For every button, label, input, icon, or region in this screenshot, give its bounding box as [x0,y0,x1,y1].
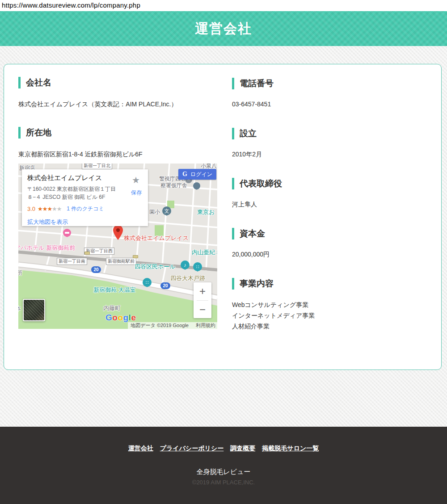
footer-link-salon-list[interactable]: 掲載脱毛サロン一覧 [262,445,319,453]
info-block-phone: 電話番号 03-6457-8451 [232,78,433,108]
left-column: 会社名 株式会社エイムプレイス（英文表記：AIM PLACE,Inc.） 所在地… [18,64,222,329]
established-value: 2010年2月 [232,150,433,158]
info-block-ceo: 代表取締役 河上隼人 [232,178,433,208]
map-card-address-line1: 〒160-0022 東京都新宿区新宿１丁目 [27,185,121,193]
map-card-address-line2: ８−４ JESCO 新宿 御苑 ビル 6F [27,193,121,201]
map-label-museum: 内山亜紀ミューシ [192,248,217,256]
page-header: 運営会社 [0,11,447,46]
map-attribution: 地図データ ©2019 Google 利用規約 [128,322,217,329]
map-label-okido: 四谷大木戸跡 [170,274,205,282]
company-name-value: 株式会社エイムプレイス（英文表記：AIM PLACE,Inc.） [18,100,222,108]
section-heading-company-name: 会社名 [18,77,222,88]
section-label: 資本金 [240,228,265,239]
gray-poi-marker-icon[interactable] [193,182,200,189]
school-marker-icon[interactable]: 文 [162,206,171,215]
footer-link-survey[interactable]: 調査概要 [230,445,255,453]
map-box-label-north: 新宿一丁目北 [82,164,112,169]
satellite-thumbnail-texture [24,300,44,320]
map-zoom-control: + − [194,282,211,318]
satellite-view-toggle[interactable] [23,299,45,321]
footer-nav: 運営会社 プライバシーポリシー 調査概要 掲載脱毛サロン一覧 [0,427,447,453]
google-logo-letter: G [105,313,112,322]
zoom-in-button[interactable]: + [194,282,211,300]
section-heading-phone: 電話番号 [232,78,433,89]
rating-stars-empty-icon: ★★ [52,206,61,212]
section-accent-bar [232,78,234,89]
map-data-copyright: 地図データ ©2019 Google [131,322,189,329]
save-button[interactable]: 保存 [131,189,142,197]
zoom-out-button[interactable]: − [194,301,211,319]
google-map-embed[interactable]: 新宿店 新宿一丁目北 小泉八雲 警視庁四谷 察署仮庁舎 × 園小 文 東京お 株… [18,164,217,329]
section-accent-bar [232,178,234,189]
map-label-police-2: 察署仮庁舎 [160,182,187,189]
music-marker-icon[interactable]: ♪ [181,260,190,269]
login-button-label: ログイン [190,171,212,178]
map-label-school-area: 園小 [149,208,160,216]
business-line: インターネットメディア事業 [232,310,433,321]
rating-stars-filled-icon: ★★★ [38,206,52,212]
map-box-label-station: 新宿御苑駅前 [106,258,136,265]
bus-stop-icon [84,252,90,255]
ceo-value: 河上隼人 [232,200,433,208]
section-heading-established: 設立 [232,128,433,139]
google-logo-letter: e [131,313,136,322]
section-label: 事業内容 [240,278,274,290]
map-label-naitocho: 内藤町 [103,304,121,312]
section-accent-bar [232,128,234,139]
poi-dots-marker-icon[interactable]: ∷ [193,262,202,271]
route-20-shield-icon: 20 [91,266,101,273]
section-heading-business: 事業内容 [232,278,433,290]
section-heading-ceo: 代表取締役 [232,178,433,189]
phone-value: 03-6457-8451 [232,100,433,108]
google-g-icon: G [182,171,187,178]
map-card-title: 株式会社エイムプレイス [27,174,143,182]
section-label: 電話番号 [240,78,274,89]
map-label-tokyo-partial: 東京お [197,208,215,216]
bus-stop-icon [133,255,138,258]
footer-link-company[interactable]: 運営会社 [128,445,153,453]
map-label-greenhouse: 新宿御苑 大温室 [93,286,136,294]
footer-site-name: 全身脱毛レビュー [0,468,447,476]
section-label: 設立 [240,128,257,139]
rating-row: 3.0 ★★★ ★★ 1 件のクチコミ [27,205,143,213]
view-larger-map-link[interactable]: 拡大地図を表示 [27,218,143,226]
section-accent-bar [18,77,21,88]
location-value: 東京都新宿区新宿1-8-4 近鉄新宿御苑ビル6F [18,150,222,158]
terms-of-use-link[interactable]: 利用規約 [196,322,215,329]
map-label-hall: 四谷区民ホール [135,263,176,271]
google-logo-letter: g [123,313,129,322]
reviews-link[interactable]: 1 件のクチコミ [67,205,104,213]
business-line: 人材紹介事業 [232,321,433,332]
section-accent-bar [232,278,234,290]
footer-copyright: ©2019 AIM PLACE,INC. [0,479,447,486]
map-label-company: 株式会社エイムプレイス [124,234,189,242]
section-accent-bar [18,127,21,139]
capital-value: 20,000,000円 [232,250,433,258]
rating-value: 3.0 [27,206,35,212]
google-logo[interactable]: Google [105,313,136,323]
company-info-card: 会社名 株式会社エイムプレイス（英文表記：AIM PLACE,Inc.） 所在地… [4,64,442,370]
map-box-label-south: 新宿一丁目南 [57,258,87,265]
section-label: 代表取締役 [240,178,282,189]
section-label: 会社名 [26,77,51,88]
map-label-partial: 本 [18,305,21,313]
site-footer: 運営会社 プライバシーポリシー 調査概要 掲載脱毛サロン一覧 全身脱毛レビュー … [0,427,447,504]
info-block-established: 設立 2010年2月 [232,128,433,158]
right-column: 電話番号 03-6457-8451 設立 2010年2月 代表取締役 河上隼人 … [232,64,433,332]
section-label: 所在地 [26,127,51,139]
save-star-icon[interactable]: ★ [132,175,140,185]
business-values: Webコンサルティング事業 インターネットメディア事業 人材紹介事業 [232,299,433,332]
page-title: 運営会社 [195,20,252,38]
google-logo-letter: o [112,313,118,322]
footer-link-privacy[interactable]: プライバシーポリシー [160,445,224,453]
hotel-marker-icon[interactable] [63,229,71,237]
greenhouse-marker-icon[interactable]: ∷ [143,278,152,287]
info-block-business: 事業内容 Webコンサルティング事業 インターネットメディア事業 人材紹介事業 [232,278,433,332]
info-block-capital: 資本金 20,000,000円 [232,228,433,258]
section-heading-location: 所在地 [18,127,222,139]
google-logo-letter: o [118,313,123,322]
route-20-shield-icon: 20 [160,282,170,289]
business-line: Webコンサルティング事業 [232,299,433,310]
google-login-button[interactable]: G ログイン [178,169,216,180]
company-pin-icon[interactable] [113,225,123,240]
